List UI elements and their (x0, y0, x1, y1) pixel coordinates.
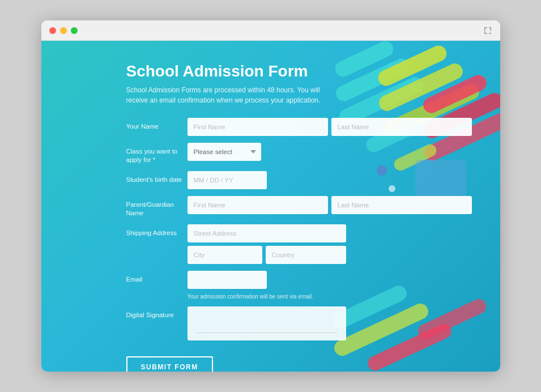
first-name-input[interactable] (188, 118, 328, 136)
last-name-input[interactable] (331, 118, 472, 136)
your-name-row: Your Name (126, 118, 472, 136)
shipping-fields (188, 224, 472, 264)
email-input[interactable] (188, 271, 267, 289)
your-name-input-row (188, 118, 472, 136)
shipping-row: Shipping Address (126, 224, 472, 264)
your-name-fields (188, 118, 472, 136)
titlebar (41, 20, 500, 41)
email-label: Email (126, 271, 183, 284)
class-select[interactable]: Please select Class 1 Class 2 Class 3 Cl… (188, 143, 261, 161)
birth-date-fields (188, 171, 472, 189)
guardian-row: Parent/Guardian Name (126, 196, 472, 218)
city-country-row (188, 246, 472, 264)
guardian-last-name-input[interactable] (331, 196, 472, 214)
email-fields: Your admission confirmation will be sent… (188, 271, 472, 300)
expand-icon[interactable] (483, 26, 492, 35)
shipping-label: Shipping Address (126, 224, 183, 237)
submit-button[interactable]: SUBMIT FORM (126, 356, 213, 372)
your-name-label: Your Name (126, 118, 183, 131)
guardian-fields (188, 196, 472, 214)
birth-date-row: Student's birth date (126, 171, 472, 189)
class-row: Class you want to apply for * Please sel… (126, 143, 472, 164)
form-title: School Admission Form (126, 62, 472, 80)
email-hint: Your admission confirmation will be sent… (188, 293, 472, 300)
birth-date-input[interactable] (188, 171, 267, 189)
app-window: School Admission Form School Admission F… (41, 20, 500, 372)
signature-box[interactable] (188, 306, 346, 340)
signature-label: Digital Signature (126, 306, 183, 319)
minimize-dot[interactable] (60, 27, 67, 34)
guardian-label: Parent/Guardian Name (126, 196, 183, 218)
form-body: School Admission Form School Admission F… (126, 62, 472, 372)
guardian-first-name-input[interactable] (188, 196, 328, 214)
class-label: Class you want to apply for * (126, 143, 183, 164)
signature-row: Digital Signature (126, 306, 472, 340)
email-row: Email Your admission confirmation will b… (126, 271, 472, 300)
birth-date-label: Student's birth date (126, 171, 183, 184)
form-content: School Admission Form School Admission F… (41, 41, 500, 372)
street-input[interactable] (188, 224, 346, 242)
country-input[interactable] (266, 246, 346, 264)
class-fields: Please select Class 1 Class 2 Class 3 Cl… (188, 143, 472, 161)
signature-line (197, 333, 337, 333)
form-subtitle: School Admission Forms are processed wit… (126, 85, 342, 105)
close-dot[interactable] (49, 27, 56, 34)
signature-fields (188, 306, 472, 340)
city-input[interactable] (188, 246, 262, 264)
guardian-input-row (188, 196, 472, 214)
maximize-dot[interactable] (71, 27, 78, 34)
